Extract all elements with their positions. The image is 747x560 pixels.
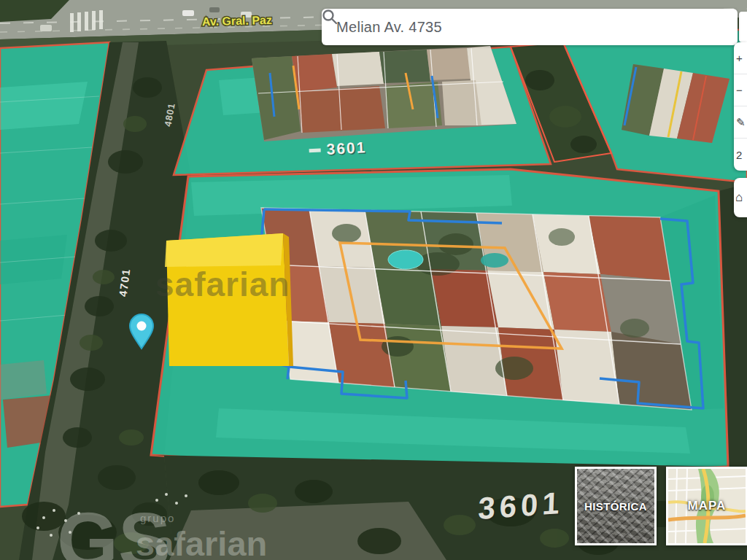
watermark-center: safarian [155, 265, 290, 303]
search-input[interactable]: Melian Av. 4735 [336, 19, 442, 36]
zoom-in-icon: + [736, 52, 743, 64]
svg-text:grupo: grupo [140, 512, 175, 524]
extra-tool-button[interactable]: ⌂ [734, 178, 747, 217]
swimming-pool [481, 253, 508, 268]
svg-text:3601: 3601 [326, 139, 367, 158]
layer-label: MAPA [688, 499, 727, 513]
svg-text:Av. Gral. Paz: Av. Gral. Paz [202, 14, 272, 28]
map-canvas[interactable]: safarian Av. Gral. Paz 3601 3601 3601 36… [0, 0, 747, 560]
search-bar[interactable]: Melian Av. 4735 [322, 9, 738, 45]
svg-text:safarian: safarian [136, 524, 267, 560]
search-icon[interactable] [322, 9, 338, 25]
zoom-in-button[interactable]: + [734, 42, 747, 74]
zoom-out-button[interactable]: − [734, 74, 747, 106]
home-icon: ⌂ [735, 190, 743, 205]
pencil-icon: ✎ [736, 116, 746, 129]
map-tools-panel: + − ✎ 2 [734, 42, 747, 171]
draw-button[interactable]: ✎ [734, 106, 747, 139]
layer-tile-mapa[interactable]: MAPA [666, 467, 747, 545]
parcel-block-top-right [563, 29, 747, 182]
view-2d-label: 2 [736, 149, 742, 161]
view-2d-button[interactable]: 2 [734, 139, 747, 171]
svg-text:3601: 3601 [478, 486, 565, 526]
layer-tile-historica[interactable]: HISTÓRICA [575, 467, 657, 545]
top-right-partial-control[interactable] [739, 12, 747, 42]
street-label-3601-bottom: 3601 3601 [478, 486, 566, 527]
layer-switcher: HISTÓRICA MAPA [575, 467, 747, 545]
layer-label: HISTÓRICA [584, 500, 647, 513]
street-label-avenue: Av. Gral. Paz [202, 14, 272, 28]
zoom-out-icon: − [736, 84, 743, 96]
swimming-pool [388, 250, 423, 269]
